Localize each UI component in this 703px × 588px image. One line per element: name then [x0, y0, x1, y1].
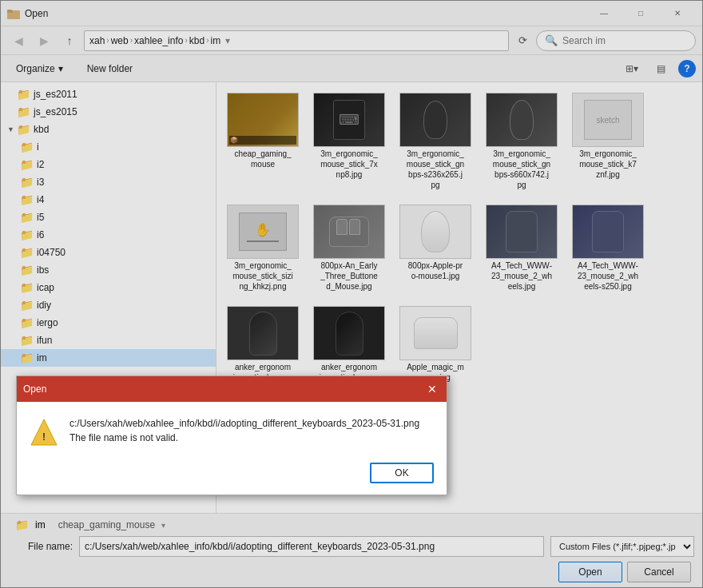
error-body: ! c:/Users/xah/web/xahlee_info/kbd/i/ado…: [17, 402, 447, 456]
error-dialog: Open ✕ ! c:/Users/xah/web/xahlee_info/kb…: [16, 375, 447, 495]
error-title-bar: Open ✕: [17, 376, 447, 402]
error-path: c:/Users/xah/web/xahlee_info/kbd/i/adopt…: [70, 418, 434, 429]
dialog-overlay: [0, 0, 703, 588]
error-footer: OK: [17, 456, 447, 495]
error-dialog-title: Open: [23, 383, 46, 395]
error-message-block: c:/Users/xah/web/xahlee_info/kbd/i/adopt…: [70, 418, 434, 443]
svg-text:!: !: [42, 431, 46, 443]
ok-button[interactable]: OK: [370, 463, 434, 483]
warning-icon: !: [30, 418, 58, 447]
error-close-button[interactable]: ✕: [424, 381, 440, 397]
error-description: The file name is not valid.: [70, 432, 434, 443]
